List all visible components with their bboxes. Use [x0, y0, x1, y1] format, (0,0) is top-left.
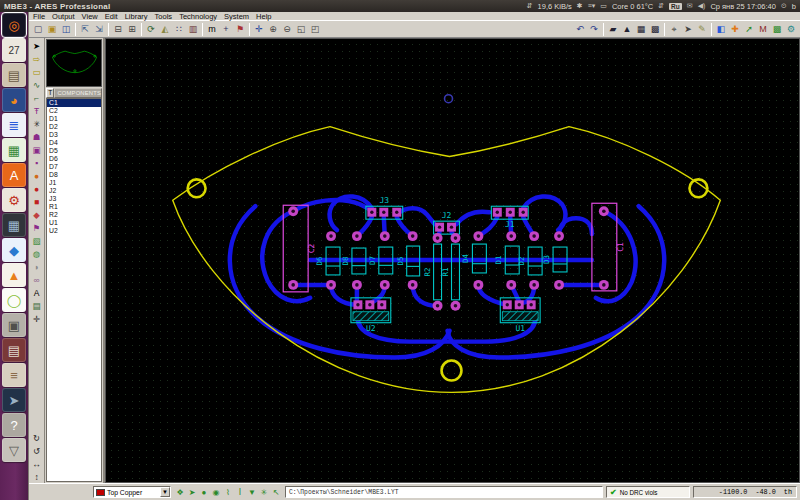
print-button[interactable]: ⊟ — [111, 22, 125, 36]
snap-button[interactable]: ⚑ — [233, 22, 247, 36]
vlc-icon[interactable]: ▲ — [2, 263, 26, 287]
component-item-U2[interactable]: U2 — [47, 227, 101, 235]
menu-edit[interactable]: Edit — [105, 12, 118, 21]
component-item-D4[interactable]: D4 — [47, 139, 101, 147]
component-item-J2[interactable]: J2 — [47, 187, 101, 195]
help-icon[interactable]: ? — [2, 413, 26, 437]
text-tool[interactable]: A — [30, 286, 43, 299]
cadcam-button[interactable]: ⚙ — [784, 22, 798, 36]
updown-icon[interactable]: ⇵ — [658, 2, 664, 10]
mail-icon[interactable]: ✉ — [687, 2, 693, 10]
autoroute-button[interactable]: ➚ — [742, 22, 756, 36]
pad-square-tool[interactable]: ▣ — [30, 143, 43, 156]
pin-tool[interactable]: Ŧ — [30, 104, 43, 117]
calc-icon[interactable]: ▦ — [2, 138, 26, 162]
pad-dil-tool[interactable]: ▪ — [30, 156, 43, 169]
filter-icon[interactable]: ▼ — [246, 486, 258, 498]
component-item-D5[interactable]: D5 — [47, 147, 101, 155]
network-arrows-icon[interactable]: ⇵ — [527, 2, 533, 10]
documents-icon[interactable]: ≡ — [2, 363, 26, 387]
component-item-D3[interactable]: D3 — [47, 131, 101, 139]
component-item-U1[interactable]: U1 — [47, 219, 101, 227]
flip-grid-button[interactable]: ◭ — [158, 22, 172, 36]
mirror-x-button[interactable]: ↔ — [30, 457, 43, 470]
cut-region-button[interactable]: ▰ — [606, 22, 620, 36]
component-item-R2[interactable]: R2 — [47, 211, 101, 219]
mirror-y-button[interactable]: ↕ — [30, 470, 43, 483]
zoom-out-button[interactable]: ⊖ — [280, 22, 294, 36]
component-item-D2[interactable]: D2 — [47, 123, 101, 131]
indicator-menu-icon[interactable]: ≡▾ — [588, 2, 596, 10]
components-list[interactable]: C1C2D1D2D3D4D5D6D7D8J1J2J3R1R2U1U2 — [46, 98, 102, 482]
user-indicator[interactable]: b — [792, 2, 796, 11]
origin-button[interactable]: ▥ — [186, 22, 200, 36]
import-button[interactable]: ⇱ — [78, 22, 92, 36]
origin-marker-tool[interactable]: ✛ — [30, 312, 43, 325]
photos-icon[interactable]: ▤ — [2, 338, 26, 362]
component-item-J1[interactable]: J1 — [47, 179, 101, 187]
path-2d-tool[interactable]: ∞ — [30, 273, 43, 286]
trace-angle-icon[interactable]: Ⅰ — [234, 486, 246, 498]
polar-button[interactable]: + — [219, 22, 233, 36]
calendar-icon[interactable]: 27 — [2, 38, 26, 62]
app-a-icon[interactable]: A — [2, 163, 26, 187]
circle-2d-tool[interactable]: ◍ — [30, 247, 43, 260]
zoom-all-button[interactable]: ◱ — [294, 22, 308, 36]
ratsnest-tool[interactable]: ✳ — [30, 117, 43, 130]
rotate-ccw-button[interactable]: ↺ — [30, 444, 43, 457]
grid-button[interactable]: ∷ — [172, 22, 186, 36]
menu-technology[interactable]: Technology — [179, 12, 217, 21]
pick-button[interactable]: ⌖ — [667, 22, 681, 36]
block-move-button[interactable]: ▩ — [648, 22, 662, 36]
trace-style-icon[interactable]: ➤ — [186, 486, 198, 498]
writer-icon[interactable]: ≣ — [2, 113, 26, 137]
session-icon[interactable]: ⊙ — [781, 2, 787, 10]
rotate-cw-button[interactable]: ↻ — [30, 431, 43, 444]
copy-region-button[interactable]: ▲ — [620, 22, 634, 36]
open-button[interactable]: ▣ — [45, 22, 59, 36]
wizard-button[interactable]: ◧ — [714, 22, 728, 36]
marker-tool[interactable]: ⚑ — [30, 221, 43, 234]
print-area-button[interactable]: ⊞ — [125, 22, 139, 36]
dropbox-icon[interactable]: ◆ — [2, 238, 26, 262]
arc-2d-tool[interactable]: ◗ — [30, 260, 43, 273]
paste-region-button[interactable]: ▦ — [634, 22, 648, 36]
design-rule-button[interactable]: ▩ — [770, 22, 784, 36]
pointer-mode-icon[interactable]: ↖ — [270, 486, 282, 498]
netlist-button[interactable]: M — [756, 22, 770, 36]
drc-online-icon[interactable]: ◉ — [210, 486, 222, 498]
keyboard-layout-indicator[interactable]: Ru — [669, 3, 682, 10]
metric-button[interactable]: m — [205, 22, 219, 36]
new-file-button[interactable]: ▢ — [31, 22, 45, 36]
selection-tool[interactable]: ➤ — [30, 39, 43, 52]
pcb-canvas[interactable]: C2C1D6D8D7D5D4D1D2D3R2R1J3J2J1U2U1 — [105, 38, 800, 483]
clock[interactable]: Ср янв 25 17:06:40 — [710, 2, 776, 11]
component-item-D6[interactable]: D6 — [47, 155, 101, 163]
menu-tools[interactable]: Tools — [155, 12, 173, 21]
menu-library[interactable]: Library — [125, 12, 148, 21]
firefox-icon[interactable]: ◕ — [2, 88, 26, 112]
settings-gear-icon[interactable]: ⚙ — [2, 188, 26, 212]
ratsnest-toggle-icon[interactable]: ✳ — [258, 486, 270, 498]
cpu-meter-icon[interactable]: ▭ — [600, 2, 607, 10]
menu-help[interactable]: Help — [256, 12, 271, 21]
pan-button[interactable]: ✛ — [252, 22, 266, 36]
menu-file[interactable]: File — [33, 12, 45, 21]
component-item-D1[interactable]: D1 — [47, 115, 101, 123]
via-style-icon[interactable]: ● — [198, 486, 210, 498]
redo-button[interactable]: ↷ — [587, 22, 601, 36]
cursor-button[interactable]: ➤ — [681, 22, 695, 36]
track-tool[interactable]: ∿ — [30, 78, 43, 91]
component-item-C1[interactable]: C1 — [47, 99, 101, 107]
calculator-icon[interactable]: ▦ — [2, 213, 26, 237]
ares-proteus-icon[interactable]: ◎ — [2, 13, 26, 37]
pad-circle-tool[interactable]: ● — [30, 182, 43, 195]
component-item-C2[interactable]: C2 — [47, 107, 101, 115]
component-item-R1[interactable]: R1 — [47, 203, 101, 211]
volume-icon[interactable]: ◀) — [698, 2, 706, 10]
menu-system[interactable]: System — [224, 12, 249, 21]
menu-output[interactable]: Output — [52, 12, 75, 21]
layer-selector[interactable]: Top Copper ▼ — [93, 486, 171, 498]
menu-view[interactable]: View — [82, 12, 98, 21]
component-item-J3[interactable]: J3 — [47, 195, 101, 203]
